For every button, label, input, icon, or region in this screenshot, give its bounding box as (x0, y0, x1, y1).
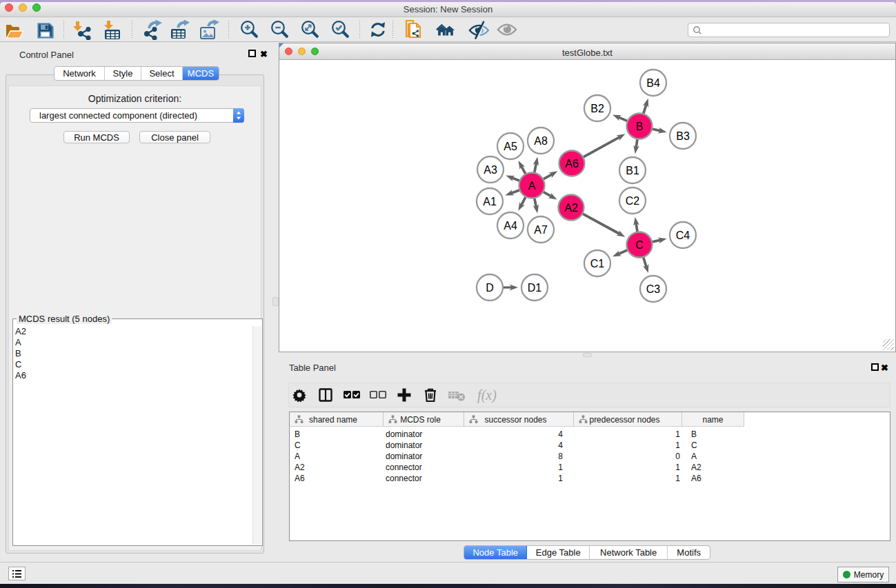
search-input[interactable] (702, 24, 889, 36)
graph-node-A1[interactable]: A1 (477, 188, 503, 214)
export-table-icon[interactable] (169, 19, 190, 40)
table-cell[interactable]: dominator (386, 451, 422, 462)
tab-network[interactable]: Network (54, 67, 105, 80)
graph-node-A4[interactable]: A4 (497, 212, 524, 239)
tab-style[interactable]: Style (105, 67, 141, 80)
mcds-result-item[interactable]: B (15, 348, 26, 359)
tab-select[interactable]: Select (141, 67, 183, 80)
column-header-shared-name[interactable]: shared name (290, 412, 384, 427)
tab-node-table[interactable]: Node Table (464, 546, 527, 559)
close-panel-button[interactable]: Close panel (139, 131, 210, 143)
import-network-icon[interactable] (72, 19, 92, 40)
edge-A-A1[interactable] (511, 190, 521, 193)
graph-node-B[interactable]: B (627, 114, 653, 139)
table-cell[interactable]: 4 (521, 429, 563, 440)
graph-node-C1[interactable]: C1 (584, 250, 610, 276)
column-header-predecessor-nodes[interactable]: predecessor nodes (574, 412, 682, 427)
edge-A-A2[interactable] (542, 192, 552, 197)
table-cell[interactable]: 1 (521, 473, 563, 484)
table-cell[interactable]: C (691, 440, 697, 451)
table-close-icon[interactable]: ✖ (881, 363, 888, 372)
table-cell[interactable]: connector (386, 462, 422, 473)
graph-node-B4[interactable]: B4 (640, 70, 666, 96)
mcds-result-item[interactable]: C (15, 359, 26, 370)
edge-A-A7[interactable] (534, 197, 536, 207)
resize-grip-icon[interactable] (883, 339, 894, 350)
edge-A-A5[interactable] (521, 166, 526, 175)
tab-motifs[interactable]: Motifs (668, 546, 710, 559)
mcds-result-item[interactable]: A (15, 337, 26, 348)
table-cell[interactable]: 0 (639, 451, 680, 462)
table-select-all-icon[interactable] (342, 385, 361, 405)
horizontal-splitter-handle[interactable] (583, 353, 592, 357)
zoom-selected-icon[interactable] (330, 19, 350, 40)
hide-selected-eye-icon[interactable] (468, 19, 489, 40)
zoom-fit-icon[interactable] (299, 19, 320, 40)
float-panel-icon[interactable] (248, 50, 256, 57)
mcds-result-scrollbar[interactable] (252, 326, 261, 545)
graph-node-C[interactable]: C (627, 232, 653, 258)
graph-node-C2[interactable]: C2 (619, 187, 646, 214)
table-float-icon[interactable] (871, 363, 879, 371)
graph-node-B3[interactable]: B3 (670, 123, 696, 149)
table-delete-column-icon[interactable] (421, 385, 440, 405)
network-graph[interactable]: AA1A2A3A4A5A6A7A8BB1B2B3B4CC1C2C3C4DD1 (279, 60, 895, 352)
table-cell[interactable]: 8 (521, 451, 563, 462)
table-cell[interactable]: 4 (521, 440, 563, 451)
table-cell[interactable]: 1 (639, 440, 680, 451)
mcds-result-list[interactable]: A2ABCA6 (15, 326, 26, 381)
table-cell[interactable]: A2 (691, 462, 701, 473)
table-add-column-icon[interactable] (395, 385, 414, 405)
criterion-dropdown[interactable]: largest connected component (directed) (30, 108, 244, 123)
network-canvas[interactable]: AA1A2A3A4A5A6A7A8BB1B2B3B4CC1C2C3C4DD1 (279, 60, 895, 352)
edge-C-C3[interactable] (643, 256, 646, 267)
graph-node-A[interactable]: A (519, 173, 545, 199)
table-cell[interactable]: B (295, 429, 300, 440)
graph-node-D1[interactable]: D1 (521, 274, 548, 301)
refresh-icon[interactable] (368, 19, 388, 40)
zoom-in-icon[interactable] (239, 19, 259, 40)
edge-A2-C[interactable] (581, 213, 619, 234)
edge-A6-B[interactable] (582, 137, 619, 158)
table-cell[interactable]: 1 (639, 429, 680, 440)
edge-C-C1[interactable] (618, 250, 628, 254)
table-cell[interactable]: A (295, 451, 300, 462)
table-cell[interactable]: A6 (691, 473, 701, 484)
table-cell[interactable]: dominator (386, 440, 422, 451)
run-mcds-button[interactable]: Run MCDS (63, 131, 130, 143)
open-folder-icon[interactable] (3, 19, 24, 40)
table-cell[interactable]: connector (386, 473, 422, 484)
export-network-icon[interactable] (142, 19, 163, 40)
memory-button[interactable]: Memory (837, 567, 889, 582)
graph-node-A2[interactable]: A2 (559, 195, 584, 221)
edge-A-A4[interactable] (521, 196, 526, 205)
table-cell[interactable]: A6 (295, 473, 305, 484)
mcds-result-item[interactable]: A6 (15, 370, 26, 381)
graph-node-B2[interactable]: B2 (584, 95, 610, 121)
tab-network-table[interactable]: Network Table (590, 546, 668, 559)
table-cell[interactable]: A (691, 451, 697, 462)
graph-node-B1[interactable]: B1 (619, 157, 646, 183)
table-column-view-icon[interactable] (316, 385, 335, 405)
graph-node-D[interactable]: D (477, 274, 503, 301)
table-cell[interactable]: B (691, 429, 697, 440)
tab-edge-table[interactable]: Edge Table (527, 546, 590, 559)
table-cell[interactable]: 1 (639, 473, 680, 484)
import-table-icon[interactable] (102, 19, 123, 40)
edge-C-C2[interactable] (636, 223, 637, 232)
show-eye-icon[interactable] (497, 19, 517, 40)
table-gear-icon[interactable] (290, 385, 309, 405)
column-header-successor-nodes[interactable]: successor nodes (464, 412, 574, 427)
graph-node-A8[interactable]: A8 (528, 128, 554, 154)
save-icon[interactable] (34, 19, 54, 40)
table-cell[interactable]: 1 (521, 462, 563, 473)
graph-node-C3[interactable]: C3 (640, 276, 666, 302)
edge-A-A8[interactable] (534, 163, 536, 174)
edge-B-B2[interactable] (618, 117, 628, 121)
edge-B-B1[interactable] (636, 138, 637, 148)
network-window-titlebar[interactable]: testGlobe.txt (279, 43, 895, 60)
table-cell[interactable]: A2 (295, 462, 305, 473)
export-image-icon[interactable] (199, 19, 219, 40)
table-cell[interactable]: dominator (386, 429, 422, 440)
edge-B-B4[interactable] (643, 104, 646, 114)
